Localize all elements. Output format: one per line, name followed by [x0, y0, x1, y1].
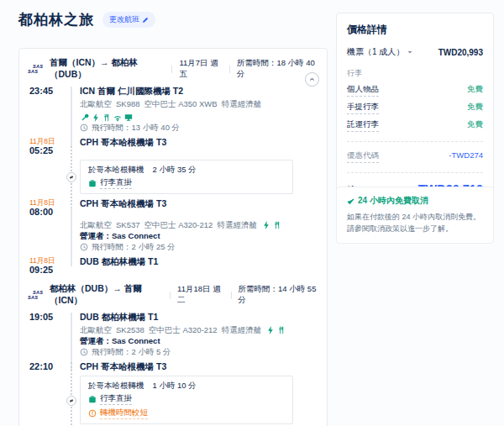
flight-duration: 飛行時間：13 小時 40 分: [80, 123, 318, 133]
flight-duration-text: 飛行時間：13 小時 40 分: [92, 123, 180, 133]
transfer-row: 於哥本哈根轉機1 小時 10 分行李直掛轉機時間較短: [28, 373, 318, 426]
ticket-label: 機票（1 成人）: [347, 46, 404, 58]
personal-item-value: 免費: [467, 84, 483, 97]
carry-on-value: 免費: [467, 102, 483, 114]
transfer-info-box: 於哥本哈根轉機2 小時 35 分行李直掛: [80, 160, 293, 194]
airline-logo-text: SAS: [28, 69, 38, 74]
airline-logo-sas: SASSAS: [28, 64, 45, 75]
clock-icon: [80, 124, 88, 132]
transfer-note-text: 行李直掛: [100, 177, 132, 189]
timeline-line: [65, 198, 80, 218]
airport-name: CPH 哥本哈根機場 T3: [80, 137, 318, 148]
divider: [347, 172, 483, 173]
power-icon: [262, 221, 270, 229]
timeline-line: [65, 137, 80, 156]
time-column: 11月8日05:25: [28, 137, 65, 156]
airport-name: DUB 都柏林機場 T1: [80, 312, 318, 323]
flight-duration: 飛行時間：2 小時 5 分: [80, 347, 318, 357]
clock-icon: [80, 348, 88, 356]
point-time: 19:05: [29, 312, 65, 323]
utensils-icon: [273, 221, 281, 229]
airport-name: CPH 哥本哈根機場 T3: [80, 198, 318, 209]
airport-name: DUB 都柏林機場 T1: [80, 256, 318, 267]
segment-header: SASSAS都柏林（DUB）→ 首爾（ICN）11月18日 週二所需時間：14 …: [28, 283, 318, 307]
check-icon: [347, 197, 354, 205]
flight-info-line: 北歐航空SK2538空中巴士 A320-212特選經濟艙: [80, 325, 318, 335]
utensils-icon: [277, 326, 286, 334]
timeline-line-solid: [65, 97, 80, 136]
timeline-line: [65, 86, 80, 97]
promo-code-label[interactable]: 優惠代碼: [347, 150, 379, 163]
airline-logo-text: SAS: [28, 295, 38, 300]
promo-code-value: -TWD274: [449, 150, 483, 163]
personal-item-label[interactable]: 個人物品: [347, 84, 379, 97]
airline-logo-sas: SASSAS: [28, 290, 45, 301]
change-flight-label: 更改航班: [109, 14, 139, 25]
baggage-section-title: 行李: [347, 68, 483, 79]
chevron-down-icon: [407, 49, 413, 55]
free-cancellation-card: 24 小時內免費取消 如果在付款後的 24 小時內取消則免費。請參閱取消政策以進…: [336, 187, 494, 244]
price-details-title: 價格詳情: [347, 23, 483, 37]
time-column: 11月8日08:00: [28, 198, 65, 218]
point-date: 11月8日: [29, 256, 65, 265]
time-column: 22:10: [28, 361, 65, 372]
clock-icon: [80, 243, 88, 251]
airline-name: 北歐航空: [80, 99, 112, 109]
transfer-node-icon: [66, 396, 76, 406]
divider: [347, 141, 483, 142]
checked-baggage-label[interactable]: 託運行李: [347, 119, 379, 132]
collapse-itinerary-button[interactable]: [305, 72, 319, 87]
aircraft-type: 空中巴士 A320-212: [149, 325, 218, 335]
edit-pencil-icon: [142, 17, 149, 24]
transfer-note-text: 轉機時間較短: [100, 408, 148, 419]
timeline-line: [65, 312, 80, 323]
flight-segment-1: SASSAS首爾（ICN）→ 都柏林（DUB）11月7日 週五所需時間：18 小…: [28, 57, 318, 276]
baggage-icon: [88, 179, 97, 187]
amenity-icons: [81, 113, 133, 122]
transfer-title-row: 於哥本哈根轉機1 小時 10 分: [88, 381, 285, 391]
timeline-line: [65, 256, 80, 276]
point-time: 22:10: [29, 361, 65, 372]
transfer-note[interactable]: 行李直掛: [88, 177, 285, 189]
point-time: 09:25: [29, 265, 65, 276]
separator-bar: [229, 66, 230, 73]
transfer-note[interactable]: 行李直掛: [88, 393, 285, 405]
power-icon: [266, 326, 275, 334]
baggage-icon: [88, 395, 97, 403]
meal-icon: [81, 113, 89, 122]
transfer-note-text: 行李直掛: [100, 393, 132, 405]
transfer-title: 於哥本哈根轉機: [88, 381, 144, 391]
timeline-line-solid: [65, 323, 80, 360]
point-date: 11月8日: [29, 137, 65, 145]
operator-label: 營運者：Sas Connect: [80, 231, 318, 241]
transfer-row: 於哥本哈根轉機2 小時 35 分行李直掛: [28, 157, 318, 197]
time-column: 19:05: [28, 312, 65, 323]
airline-name: 北歐航空: [80, 220, 112, 230]
aircraft-type: 空中巴士 A320-212: [144, 220, 213, 230]
flight-info-line: 北歐航空SK537空中巴士 A320-212特選經濟艙: [80, 220, 318, 230]
flight-details: 北歐航空SK988空中巴士 A350 XWB特選經濟艙飛行時間：13 小時 40…: [80, 97, 318, 136]
segment-duration: 所需時間：14 小時 55 分: [239, 284, 318, 306]
cabin-class: 特選經濟艙: [217, 220, 257, 230]
ticket-row-toggle[interactable]: 機票（1 成人）: [347, 46, 413, 58]
carry-on-label[interactable]: 手提行李: [347, 102, 379, 114]
itinerary-card: SASSAS首爾（ICN）→ 都柏林（DUB）11月7日 週五所需時間：18 小…: [18, 48, 328, 426]
time-column: 23:45: [28, 86, 65, 97]
flight-number: SK2538: [116, 325, 144, 335]
page-title: 都柏林之旅: [18, 10, 94, 29]
airport-name: ICN 首爾 仁川國際機場 T2: [80, 86, 318, 97]
change-flight-button[interactable]: 更改航班: [102, 12, 155, 28]
segment-header: SASSAS首爾（ICN）→ 都柏林（DUB）11月7日 週五所需時間：18 小…: [28, 57, 318, 81]
baggage-row: 託運行李 免費: [347, 119, 483, 132]
separator-bar: [171, 66, 172, 73]
flight-info-line: 北歐航空SK988空中巴士 A350 XWB特選經濟艙: [80, 99, 318, 122]
flight-number: SK537: [116, 220, 140, 230]
transfer-duration: 1 小時 10 分: [153, 381, 197, 391]
transfer-info-box: 於哥本哈根轉機1 小時 10 分行李直掛轉機時間較短: [80, 376, 293, 424]
flight-details-row: 北歐航空SK537空中巴士 A320-212特選經濟艙營運者：Sas Conne…: [28, 218, 318, 255]
time-column: 11月8日09:25: [28, 256, 65, 276]
amenity-icons: [262, 221, 281, 229]
transfer-note[interactable]: 轉機時間較短: [88, 408, 285, 419]
utensils-icon: [102, 113, 111, 122]
entertainment-icon: [124, 113, 133, 122]
